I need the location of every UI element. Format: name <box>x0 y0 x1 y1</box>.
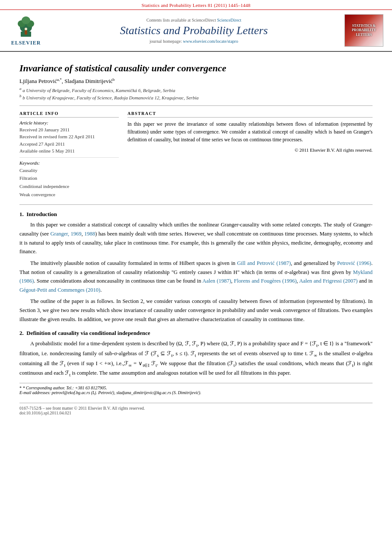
available-online-date: Available online 5 May 2011 <box>19 147 119 155</box>
aalen-1987-link[interactable]: Aalen (1987) <box>202 278 231 284</box>
received-revised-date: Received in revised form 22 April 2011 <box>19 133 119 140</box>
gegout-petit-link[interactable]: Gégout-Petit and Commenges (2010) <box>19 287 100 293</box>
florens-fougeres-link[interactable]: Florens and Fougères (1996) <box>234 278 296 284</box>
author-petrovic: Ljiljana Petrovića,*, Sladjana Dimitrije… <box>19 78 115 84</box>
granger-1988-link[interactable]: 1988 <box>84 231 95 237</box>
footer-issn: 0167-7152/$ – see front matter © 2011 El… <box>19 406 373 411</box>
section-1-number: 1. <box>19 211 24 217</box>
footer-bar: 0167-7152/$ – see front matter © 2011 El… <box>19 403 373 415</box>
received-date: Received 20 January 2011 <box>19 126 119 134</box>
authors-line: Ljiljana Petrovića,*, Sladjana Dimitrije… <box>19 77 373 85</box>
article-info-column: ARTICLE INFO Article history: Received 2… <box>19 111 119 199</box>
journal-homepage-link[interactable]: www.elsevier.com/locate/stapro <box>183 39 238 44</box>
section-1-heading: Introduction <box>26 211 57 217</box>
intro-para-1: In this paper we consider a statistical … <box>19 220 373 256</box>
article-info-abstract-row: ARTICLE INFO Article history: Received 2… <box>19 111 373 199</box>
journal-logo-box: STATISTICS &PROBABILITYLETTERS <box>344 14 383 47</box>
svg-point-5 <box>25 28 27 30</box>
science-direct-line: Contents lists available at ScienceDirec… <box>43 18 344 22</box>
keyword-causality: Causality <box>19 166 119 175</box>
journal-header: ELSEVIER Contents lists available at Sci… <box>0 10 392 52</box>
granger-1969-link[interactable]: Granger, 1969 <box>50 231 81 237</box>
journal-logo-title: STATISTICS &PROBABILITYLETTERS <box>352 24 376 37</box>
section-2-title: 2. Definition of causality via condition… <box>19 330 373 337</box>
footnote-email: E-mail addresses: petrovl@ekof.bg.ac.rs … <box>19 390 373 395</box>
elsevier-tree-icon <box>13 15 39 39</box>
accepted-date: Accepted 27 April 2011 <box>19 140 119 148</box>
keyword-filtration: Filtration <box>19 174 119 182</box>
article-history-title: Article history: <box>19 120 119 125</box>
article-history-section: Article history: Received 20 January 201… <box>19 120 119 158</box>
svg-point-4 <box>22 16 30 24</box>
affiliation-b: b b University of Kragujevac, Faculty of… <box>19 94 373 100</box>
journal-title-block: Contents lists available at ScienceDirec… <box>43 18 344 44</box>
main-content: Invariance of statistical causality unde… <box>0 52 392 424</box>
journal-citation-bar: Statistics and Probability Letters 81 (2… <box>0 0 392 10</box>
elsevier-brand-text: ELSEVIER <box>11 40 41 46</box>
divider-after-abstract <box>19 204 373 205</box>
petrovic-1996-link[interactable]: Petrović (1996) <box>337 260 371 266</box>
footer-doi: doi:10.1016/j.spl.2011.04.021 <box>19 411 373 415</box>
aalen-frigressi-link[interactable]: Aalen and Frigressi (2007) <box>299 278 357 284</box>
article-info-title: ARTICLE INFO <box>19 111 119 118</box>
gill-petrovic-link[interactable]: Gill and Petrović (1987) <box>237 260 291 266</box>
keyword-conditional-independence: Conditional independence <box>19 182 119 191</box>
divider-after-affiliations <box>19 105 373 106</box>
section-2-para-1: A probabilistic model for a time-depende… <box>19 339 373 379</box>
journal-name: Statistics and Probability Letters <box>43 24 344 37</box>
svg-rect-6 <box>25 30 27 35</box>
abstract-column: ABSTRACT In this paper we prove the inva… <box>127 111 373 199</box>
keyword-weak-convergence: Weak convergence <box>19 191 119 199</box>
affiliation-a: a a University of Belgrade, Faculty of E… <box>19 86 373 93</box>
section-1-title: 1. Introduction <box>19 211 373 218</box>
copyright-notice: © 2011 Elsevier B.V. All rights reserved… <box>127 147 373 153</box>
intro-para-3: The outline of the paper is as follows. … <box>19 297 373 324</box>
footnote-section: * * Corresponding author. Tel.: +381 63 … <box>19 383 373 395</box>
keywords-title: Keywords: <box>19 160 119 166</box>
section-2-heading: Definition of causality via conditional … <box>26 330 150 336</box>
journal-citation-text: Statistics and Probability Letters 81 (2… <box>142 3 251 8</box>
article-title: Invariance of statistical causality unde… <box>19 63 373 74</box>
journal-homepage-line: journal homepage: www.elsevier.com/locat… <box>43 39 344 44</box>
intro-para-2: The intuitively plausible notion of caus… <box>19 259 373 295</box>
footnote-corresponding: * * Corresponding author. Tel.: +381 63 … <box>19 385 373 390</box>
keywords-section: Keywords: Causality Filtration Condition… <box>19 160 119 199</box>
elsevier-logo: ELSEVIER <box>9 15 43 46</box>
abstract-title: ABSTRACT <box>127 111 373 118</box>
abstract-text: In this paper we prove the invariance of… <box>127 120 373 144</box>
section-2-number: 2. <box>19 330 24 336</box>
science-direct-link[interactable]: ScienceDirect <box>217 18 241 22</box>
